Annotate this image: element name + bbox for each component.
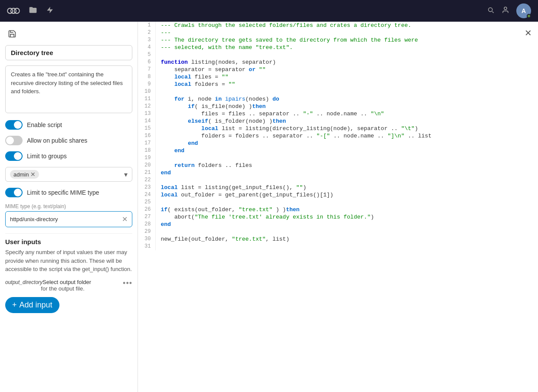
- table-row: 22: [138, 176, 538, 184]
- line-number: 22: [138, 176, 155, 184]
- line-code: if( exists(out_folder, "tree.txt" ) )the…: [155, 206, 538, 213]
- line-code: local list = listing(directory_listing(n…: [155, 125, 538, 132]
- line-number: 5: [138, 51, 155, 59]
- line-code: if( is_file(node) )then: [155, 103, 538, 110]
- limit-mime-toggle[interactable]: [5, 188, 23, 197]
- add-input-button[interactable]: + Add input: [5, 297, 59, 313]
- search-icon[interactable]: [487, 6, 495, 16]
- line-number: 18: [138, 147, 155, 154]
- table-row: 17 end: [138, 140, 538, 147]
- script-title: Directory tree: [11, 49, 127, 56]
- line-number: 26: [138, 206, 155, 213]
- line-code: end: [155, 169, 538, 176]
- line-number: 10: [138, 88, 155, 95]
- line-code: local out_folder = get_parent(get_input_…: [155, 191, 538, 199]
- line-code: ---: [155, 29, 538, 36]
- allow-public-shares-toggle[interactable]: [5, 136, 23, 145]
- nav-left: [7, 4, 54, 17]
- line-code: folders = folders .. separator .. "-[" .…: [155, 132, 538, 140]
- table-row: 29: [138, 228, 538, 235]
- table-row: 28end: [138, 221, 538, 228]
- line-code: [155, 199, 538, 206]
- table-row: 31: [138, 243, 538, 250]
- main-container: Directory tree Creates a file "tree.txt"…: [0, 22, 538, 392]
- allow-public-shares-row: Allow on public shares: [5, 136, 132, 145]
- line-number: 7: [138, 66, 155, 73]
- line-number: 30: [138, 235, 155, 243]
- enable-script-label: Enable script: [27, 121, 62, 128]
- more-options-button[interactable]: •••: [123, 279, 132, 288]
- enable-script-toggle[interactable]: [5, 120, 23, 130]
- line-number: 20: [138, 162, 155, 169]
- user-inputs-title: User inputs: [5, 238, 132, 245]
- table-row: 24local out_folder = get_parent(get_inpu…: [138, 191, 538, 199]
- table-row: 12 if( is_file(node) )then: [138, 103, 538, 110]
- output-dir-val: for the output file.: [5, 285, 120, 292]
- line-number: 25: [138, 199, 155, 206]
- line-number: 17: [138, 140, 155, 147]
- limit-to-groups-label: Limit to groups: [27, 153, 67, 160]
- save-icon[interactable]: [5, 27, 19, 41]
- table-row: 19: [138, 154, 538, 162]
- line-number: 2: [138, 29, 155, 36]
- line-code: [155, 88, 538, 95]
- line-code: files = files .. separator .. "-" .. nod…: [155, 110, 538, 118]
- limit-to-groups-toggle[interactable]: [5, 151, 23, 161]
- mime-input-box[interactable]: httpd/unix-directory ✕: [5, 211, 132, 227]
- limit-mime-row: Limit to specific MIME type: [5, 188, 132, 197]
- line-code: local folders = "": [155, 81, 538, 88]
- line-code: [155, 243, 538, 250]
- table-row: 25: [138, 199, 538, 206]
- table-row: 10: [138, 88, 538, 95]
- lightning-icon[interactable]: [46, 6, 54, 16]
- line-number: 6: [138, 59, 155, 66]
- table-row: 9 local folders = "": [138, 81, 538, 88]
- code-editor-panel: 1--- Crawls through the selected folders…: [138, 22, 538, 392]
- line-code: [155, 51, 538, 59]
- table-row: 2---: [138, 29, 538, 36]
- table-row: 1--- Crawls through the selected folders…: [138, 22, 538, 29]
- top-navigation: A: [0, 0, 538, 22]
- table-row: 26if( exists(out_folder, "tree.txt" ) )t…: [138, 206, 538, 213]
- app-logo[interactable]: [7, 4, 20, 17]
- line-code: new_file(out_folder, "tree.txt", list): [155, 235, 538, 243]
- groups-dropdown[interactable]: admin ✕ ▾: [5, 167, 132, 182]
- line-code: end: [155, 221, 538, 228]
- line-number: 27: [138, 213, 155, 221]
- line-number: 16: [138, 132, 155, 140]
- line-code: [155, 228, 538, 235]
- table-row: 7 separator = separator or "": [138, 66, 538, 73]
- line-code: [155, 176, 538, 184]
- group-tag-remove[interactable]: ✕: [30, 171, 36, 178]
- folder-icon[interactable]: [29, 6, 37, 16]
- user-inputs-desc: Specify any number of input values the u…: [5, 248, 132, 274]
- line-code: for i, node in ipairs(nodes) do: [155, 95, 538, 103]
- table-row: 5: [138, 51, 538, 59]
- line-number: 14: [138, 118, 155, 125]
- line-code: local list = listing(get_input_files(), …: [155, 184, 538, 191]
- line-number: 19: [138, 154, 155, 162]
- mime-section: MIME type (e.g. text/plain) httpd/unix-d…: [5, 203, 132, 227]
- enable-script-row: Enable script: [5, 120, 132, 130]
- limit-to-groups-row: Limit to groups: [5, 151, 132, 161]
- table-row: 13 files = files .. separator .. "-" .. …: [138, 110, 538, 118]
- avatar[interactable]: A: [516, 3, 531, 18]
- line-code: separator = separator or "": [155, 66, 538, 73]
- avatar-status-dot: [527, 14, 531, 18]
- line-number: 29: [138, 228, 155, 235]
- line-code: --- selected, with the name "tree.txt".: [155, 44, 538, 51]
- add-icon: +: [12, 301, 17, 310]
- close-button[interactable]: ✕: [525, 28, 532, 38]
- mime-clear-icon[interactable]: ✕: [122, 215, 128, 223]
- contacts-icon[interactable]: [502, 6, 509, 16]
- table-row: 6function listing(nodes, separator): [138, 59, 538, 66]
- line-code: end: [155, 140, 538, 147]
- table-row: 23local list = listing(get_input_files()…: [138, 184, 538, 191]
- table-row: 11 for i, node in ipairs(nodes) do: [138, 95, 538, 103]
- output-dir-key: output_directorySelect output folder: [5, 279, 120, 285]
- table-row: 21end: [138, 169, 538, 176]
- line-number: 9: [138, 81, 155, 88]
- line-number: 15: [138, 125, 155, 132]
- nav-right: A: [487, 3, 531, 18]
- script-description-box[interactable]: Creates a file "tree.txt" containing the…: [5, 65, 132, 113]
